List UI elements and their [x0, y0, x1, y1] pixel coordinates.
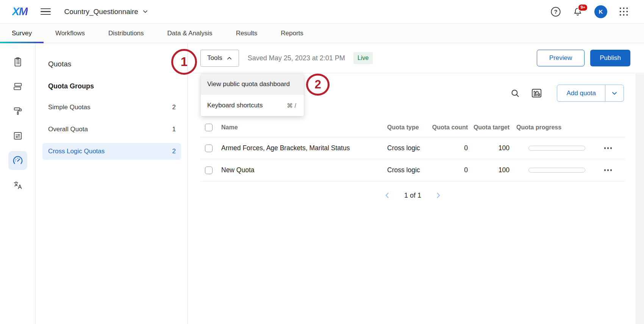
quota-group-overall-quota[interactable]: Overall Quota 1: [42, 121, 181, 138]
quota-type: Cross logic: [387, 166, 430, 174]
search-icon[interactable]: [510, 88, 520, 98]
vertical-scrollbar[interactable]: [636, 74, 644, 324]
quota-name: New Quota: [221, 166, 387, 174]
annotation-step-1: 1: [171, 49, 197, 75]
live-status-badge: Live: [353, 52, 373, 64]
quota-count: 0: [430, 166, 468, 174]
notification-count-badge: 9+: [578, 4, 588, 11]
group-label: Overall Quota: [48, 126, 88, 133]
quota-type: Cross logic: [387, 144, 430, 152]
hamburger-menu-icon[interactable]: [41, 8, 51, 15]
tab-data-analysis[interactable]: Data & Analysis: [156, 24, 224, 43]
look-and-feel-icon[interactable]: [8, 102, 27, 121]
row-checkbox[interactable]: [205, 167, 213, 174]
add-quota-dropdown-toggle[interactable]: [605, 85, 624, 101]
add-quota-button[interactable]: Add quota: [557, 85, 605, 101]
tab-reports[interactable]: Reports: [269, 24, 315, 43]
pagination: 1 of 1: [200, 191, 625, 200]
quota-group-simple-quotas[interactable]: Simple Quotas 2: [42, 99, 181, 116]
row-checkbox[interactable]: [205, 145, 213, 152]
menu-item-view-public-quota-dashboard[interactable]: View public quota dashboard: [201, 74, 304, 95]
keyboard-shortcut-hint: ⌘ /: [287, 102, 296, 109]
group-count: 1: [172, 126, 176, 133]
select-all-checkbox[interactable]: [205, 124, 213, 131]
top-header: XM Country_Questionnaire ? 9+ K: [0, 0, 644, 23]
survey-tools-rail: [0, 43, 36, 324]
survey-name-label: Country_Questionnaire: [64, 8, 138, 16]
row-actions-menu-icon[interactable]: [591, 169, 625, 171]
group-label: Simple Quotas: [48, 104, 91, 111]
quota-target: 100: [468, 144, 510, 152]
quotas-icon[interactable]: [8, 151, 27, 170]
quota-dashboard-icon[interactable]: [531, 87, 542, 99]
quota-groups-header: Quota Groups: [48, 82, 181, 90]
survey-flow-icon[interactable]: [8, 77, 27, 96]
column-header-name: Name: [221, 124, 387, 131]
tools-dropdown-menu: View public quota dashboard Keyboard sho…: [201, 74, 304, 116]
preview-button[interactable]: Preview: [537, 50, 585, 66]
table-row[interactable]: Armed Forces, Age Brackets, Marital Stat…: [200, 137, 625, 159]
column-header-quota-count: Quota count: [430, 124, 468, 131]
xm-logo: XM: [12, 5, 28, 18]
translations-icon[interactable]: [8, 176, 27, 195]
quota-progress-bar: [528, 168, 585, 173]
quotas-side-panel: Quotas Quota Groups Simple Quotas 2 Over…: [36, 43, 188, 324]
column-header-quota-type: Quota type: [387, 124, 430, 131]
survey-name-dropdown[interactable]: Country_Questionnaire: [64, 8, 148, 16]
group-count: 2: [172, 148, 176, 155]
quota-progress-bar: [528, 146, 585, 151]
survey-options-icon[interactable]: [8, 126, 27, 145]
primary-nav: Survey Workflows Distributions Data & An…: [0, 23, 644, 43]
survey-toolbar: Tools Saved May 25, 2023 at 2:01 PM Live…: [188, 43, 644, 73]
tab-workflows[interactable]: Workflows: [44, 24, 97, 43]
quota-group-cross-logic-quotas[interactable]: Cross Logic Quotas 2: [42, 143, 181, 160]
publish-button[interactable]: Publish: [590, 50, 630, 66]
chevron-down-icon: [142, 9, 148, 14]
svg-text:?: ?: [554, 9, 558, 15]
user-avatar[interactable]: K: [594, 5, 607, 18]
save-status-text: Saved May 25, 2023 at 2:01 PM: [248, 54, 345, 62]
page-indicator: 1 of 1: [404, 192, 421, 200]
column-header-quota-progress: Quota progress: [510, 124, 591, 131]
quota-count: 0: [430, 144, 468, 152]
annotation-step-2: 2: [306, 74, 330, 96]
table-row[interactable]: New Quota Cross logic 0 100: [200, 159, 625, 181]
tab-distributions[interactable]: Distributions: [97, 24, 156, 43]
quota-group-list: Simple Quotas 2 Overall Quota 1 Cross Lo…: [42, 99, 181, 160]
header-actions: ? 9+ K: [550, 5, 629, 18]
notifications-bell-icon[interactable]: 9+: [572, 6, 583, 17]
next-page-icon[interactable]: [434, 191, 442, 200]
quota-table: Name Quota type Quota count Quota target…: [200, 118, 625, 181]
tab-survey[interactable]: Survey: [0, 24, 44, 43]
app-window: XM Country_Questionnaire ? 9+ K Survey W…: [0, 0, 644, 324]
tools-button[interactable]: Tools: [200, 50, 239, 67]
menu-item-keyboard-shortcuts[interactable]: Keyboard shortcuts ⌘ /: [201, 95, 304, 116]
help-icon[interactable]: ?: [550, 6, 561, 17]
column-header-quota-target: Quota target: [468, 124, 510, 131]
quota-target: 100: [468, 166, 510, 174]
group-count: 2: [172, 104, 176, 111]
row-actions-menu-icon[interactable]: [591, 147, 625, 149]
chevron-down-icon: [611, 90, 617, 96]
survey-builder-icon[interactable]: [8, 52, 27, 71]
apps-grid-icon[interactable]: [619, 6, 629, 17]
quota-name: Armed Forces, Age Brackets, Marital Stat…: [221, 144, 387, 152]
tab-results[interactable]: Results: [224, 24, 269, 43]
add-quota-split-button: Add quota: [557, 85, 624, 102]
chevron-up-icon: [227, 55, 232, 61]
panel-title: Quotas: [48, 60, 181, 68]
previous-page-icon[interactable]: [383, 191, 391, 200]
group-label: Cross Logic Quotas: [48, 148, 105, 155]
quota-table-header: Name Quota type Quota count Quota target…: [200, 118, 625, 137]
